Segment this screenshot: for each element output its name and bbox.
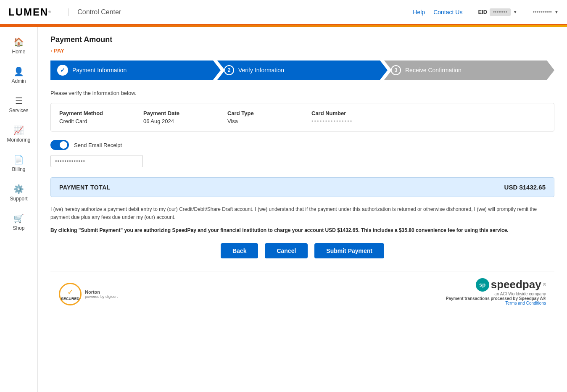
payment-total-bar: PAYMENT TOTAL USD $1432.65: [50, 177, 554, 197]
sidebar-item-home[interactable]: 🏠 Home: [0, 31, 37, 61]
header: LUMEN ® Control Center Help Contact Us E…: [0, 0, 567, 25]
step-2-number: 2: [224, 65, 234, 75]
email-input[interactable]: [50, 155, 143, 167]
sidebar-item-label: Monitoring: [7, 137, 30, 143]
card-number-col: Card Number •••••••••••••••: [311, 110, 379, 124]
sidebar-item-services[interactable]: ☰ Services: [0, 90, 37, 119]
submit-payment-button[interactable]: Submit Payment: [314, 243, 384, 258]
logo-text: LUMEN: [8, 6, 48, 18]
action-buttons: Back Cancel Submit Payment: [50, 243, 554, 258]
card-number-label: Card Number: [311, 110, 379, 116]
card-number-value: •••••••••••••••: [311, 118, 379, 124]
card-type-value: Visa: [227, 118, 295, 124]
main-content: Payment Amount ‹ PAY ✓ Payment Informati…: [38, 27, 567, 392]
services-icon: ☰: [15, 96, 23, 106]
support-icon: ⚙️: [13, 184, 24, 194]
billing-icon: 📄: [13, 155, 24, 165]
header-right: Help Contact Us EID •••••••• ▼ •••••••••…: [413, 8, 559, 16]
user-value: ••••••••••: [533, 9, 552, 15]
back-chevron-icon: ‹: [50, 47, 52, 54]
payment-date-col: Payment Date 06 Aug 2024: [143, 110, 211, 124]
speedpay-brand: sp speedpay ®: [446, 278, 546, 292]
norton-powered-text: powered by digicert: [85, 295, 118, 299]
card-type-col: Card Type Visa: [227, 110, 295, 124]
user-section: •••••••••• ▼: [526, 9, 559, 15]
card-type-label: Card Type: [227, 110, 295, 116]
step-1-label: Payment Information: [72, 67, 127, 74]
sidebar-item-monitoring[interactable]: 📈 Monitoring: [0, 119, 37, 149]
logo: LUMEN ®: [8, 6, 52, 18]
speedpay-aci-text: an ACI Worldwide company: [446, 292, 546, 296]
speedpay-logo: sp speedpay ® an ACI Worldwide company P…: [446, 278, 546, 305]
payment-details-box: Payment Method Credit Card Payment Date …: [50, 103, 554, 132]
email-receipt-label: Send Email Receipt: [74, 142, 122, 148]
norton-name: Norton: [85, 289, 118, 295]
step-3-number: 3: [391, 65, 401, 75]
eid-section: EID •••••••• ▼: [471, 8, 517, 16]
auth-text-1: I (we) hereby authorize a payment debit …: [50, 205, 554, 221]
back-to-pay-link[interactable]: ‹ PAY: [50, 47, 554, 54]
email-receipt-row: Send Email Receipt: [50, 140, 554, 150]
auth-text-2: By clicking "Submit Payment" you are aut…: [50, 226, 554, 234]
sidebar: 🏠 Home 👤 Admin ☰ Services 📈 Monitoring 📄…: [0, 27, 38, 392]
admin-icon: 👤: [13, 66, 24, 76]
norton-badge: ✓ SECURED Norton powered by digicert: [59, 283, 118, 305]
step-2-label: Verify Information: [238, 67, 284, 74]
norton-secured-text: SECURED: [61, 297, 79, 301]
app-title: Control Center: [69, 8, 121, 16]
payment-date-label: Payment Date: [143, 110, 211, 116]
sidebar-item-support[interactable]: ⚙️ Support: [0, 178, 37, 208]
payment-date-value: 06 Aug 2024: [143, 118, 211, 124]
sidebar-item-label: Support: [10, 196, 27, 202]
sidebar-item-label: Services: [9, 108, 28, 113]
sidebar-item-shop[interactable]: 🛒 Shop: [0, 208, 37, 237]
shop-icon: 🛒: [13, 213, 24, 224]
back-button[interactable]: Back: [221, 243, 258, 258]
speedpay-name: speedpay: [491, 278, 541, 291]
footer: ✓ SECURED Norton powered by digicert sp …: [50, 271, 554, 312]
steps-bar: ✓ Payment Information 2 Verify Informati…: [50, 61, 554, 80]
norton-check-icon: ✓: [67, 287, 74, 297]
payment-total-label: PAYMENT TOTAL: [59, 184, 111, 191]
eid-value: ••••••••: [490, 8, 511, 16]
payment-details-row: Payment Method Credit Card Payment Date …: [59, 110, 546, 124]
sidebar-item-billing[interactable]: 📄 Billing: [0, 149, 37, 178]
user-chevron-icon[interactable]: ▼: [554, 10, 559, 14]
contact-us-link[interactable]: Contact Us: [433, 9, 462, 16]
eid-label: EID: [478, 9, 487, 15]
page-title: Payment Amount: [50, 35, 554, 44]
norton-circle: ✓ SECURED: [59, 283, 82, 305]
sidebar-item-label: Home: [12, 49, 25, 55]
step-2: 2 Verify Information: [217, 61, 388, 80]
speedpay-sp-icon: sp: [476, 278, 489, 292]
sidebar-item-label: Admin: [11, 78, 26, 84]
step-1-check-icon: ✓: [57, 65, 68, 76]
email-receipt-toggle[interactable]: [50, 140, 69, 150]
sidebar-item-admin[interactable]: 👤 Admin: [0, 61, 37, 90]
monitoring-icon: 📈: [13, 125, 24, 135]
verify-text: Please verify the information below.: [50, 90, 554, 96]
speedpay-registered: ®: [543, 282, 546, 287]
step-1: ✓ Payment Information: [50, 61, 221, 80]
payment-method-value: Credit Card: [59, 118, 127, 124]
payment-total-amount: USD $1432.65: [504, 184, 546, 191]
layout: 🏠 Home 👤 Admin ☰ Services 📈 Monitoring 📄…: [0, 27, 567, 392]
eid-chevron-icon[interactable]: ▼: [513, 10, 517, 14]
cancel-button[interactable]: Cancel: [265, 243, 308, 258]
speedpay-tagline: Payment transactions processed by Speedp…: [446, 296, 546, 301]
step-3: 3 Receive Confirmation: [384, 61, 554, 80]
back-link-label: PAY: [54, 47, 64, 54]
step-3-label: Receive Confirmation: [405, 67, 462, 74]
payment-method-label: Payment Method: [59, 110, 127, 116]
payment-method-col: Payment Method Credit Card: [59, 110, 127, 124]
sidebar-item-label: Shop: [13, 225, 24, 231]
home-icon: 🏠: [13, 37, 24, 47]
speedpay-terms-link[interactable]: Terms and Conditions: [446, 301, 546, 305]
help-link[interactable]: Help: [413, 9, 425, 16]
sidebar-item-label: Billing: [12, 166, 25, 172]
